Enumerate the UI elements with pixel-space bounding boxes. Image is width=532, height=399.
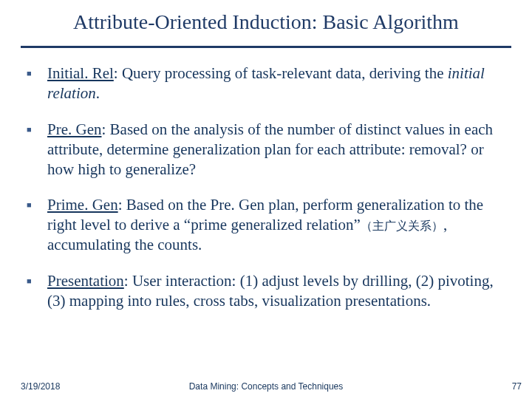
list-item: ■ Pre. Gen: Based on the analysis of the… xyxy=(27,120,510,180)
list-item: ■ Initial. Rel: Query processing of task… xyxy=(27,64,510,103)
title-underline xyxy=(21,46,511,48)
slide-body: ■ Initial. Rel: Query processing of task… xyxy=(27,64,510,327)
square-bullet-icon: ■ xyxy=(27,64,47,103)
item-text: Prime. Gen: Based on the Pre. Gen plan, … xyxy=(47,195,510,255)
item-text: Pre. Gen: Based on the analysis of the n… xyxy=(47,120,510,180)
list-item: ■ Presentation: User interaction: (1) ad… xyxy=(27,271,510,311)
list-item: ■ Prime. Gen: Based on the Pre. Gen plan… xyxy=(27,195,510,255)
slide: Attribute-Oriented Induction: Basic Algo… xyxy=(0,0,532,399)
item-label: Initial. Rel xyxy=(47,64,114,82)
slide-title: Attribute-Oriented Induction: Basic Algo… xyxy=(0,10,532,34)
square-bullet-icon: ■ xyxy=(27,271,47,311)
footer: 3/19/2018 Data Mining: Concepts and Tech… xyxy=(0,377,532,392)
item-label: Presentation xyxy=(47,272,124,290)
square-bullet-icon: ■ xyxy=(27,195,47,255)
footer-title: Data Mining: Concepts and Techniques xyxy=(0,381,532,392)
square-bullet-icon: ■ xyxy=(27,120,47,180)
page-number: 77 xyxy=(512,381,522,392)
item-text: Initial. Rel: Query processing of task-r… xyxy=(47,64,510,103)
item-label: Pre. Gen xyxy=(47,120,101,138)
item-text: Presentation: User interaction: (1) adju… xyxy=(47,271,510,311)
cjk-annotation: （主广义关系） xyxy=(361,219,443,232)
item-label: Prime. Gen xyxy=(47,196,118,214)
